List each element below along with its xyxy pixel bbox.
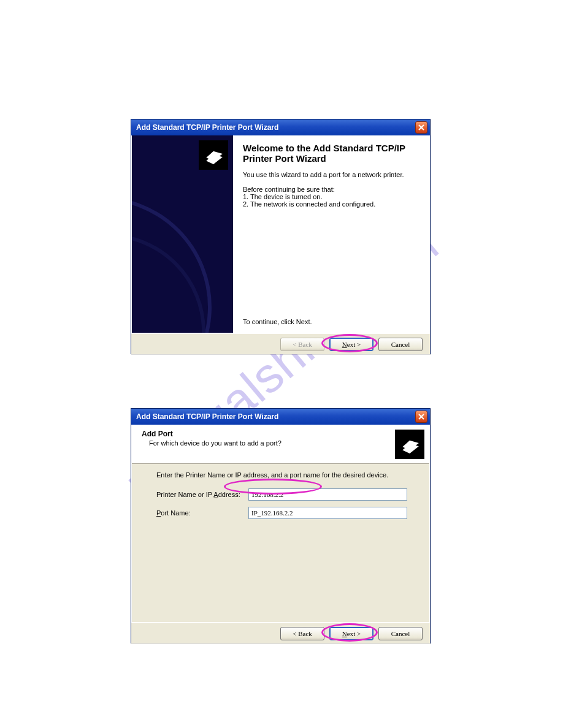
- wizard-item2: 2. The network is connected and configur…: [243, 200, 419, 208]
- close-icon[interactable]: [415, 121, 427, 134]
- wizard-before: Before continuing be sure that:: [243, 186, 419, 193]
- ip-address-input[interactable]: [248, 488, 407, 501]
- port-name-input[interactable]: [248, 507, 407, 519]
- wizard-continue: To continue, click Next.: [243, 318, 419, 325]
- next-button[interactable]: Next >: [329, 338, 373, 351]
- close-icon[interactable]: [415, 411, 427, 423]
- title-text: Add Standard TCP/IP Printer Port Wizard: [136, 412, 278, 421]
- wizard-dialog-welcome: Add Standard TCP/IP Printer Port Wizard …: [131, 119, 431, 354]
- back-button: < Back: [280, 338, 324, 351]
- printer-icon: [395, 430, 424, 459]
- wizard-footer: < Back Next > Cancel: [131, 623, 430, 643]
- wizard-sidebar-image: [132, 135, 233, 333]
- subheader-title: Add Port: [142, 430, 419, 438]
- wizard-form: Enter the Printer Name or IP address, an…: [132, 464, 429, 521]
- wizard-subheader: Add Port For which device do you want to…: [132, 425, 429, 464]
- ip-address-label: Printer Name or IP Address:: [156, 491, 248, 498]
- title-text: Add Standard TCP/IP Printer Port Wizard: [136, 123, 278, 132]
- wizard-heading: Welcome to the Add Standard TCP/IP Print…: [243, 143, 419, 164]
- port-name-label: Port Name:: [156, 509, 248, 517]
- wizard-intro: You use this wizard to add a port for a …: [243, 171, 419, 178]
- next-button[interactable]: Next >: [329, 627, 373, 640]
- back-button[interactable]: < Back: [280, 627, 324, 640]
- titlebar[interactable]: Add Standard TCP/IP Printer Port Wizard: [131, 409, 430, 425]
- cancel-button[interactable]: Cancel: [378, 627, 423, 640]
- instruction-text: Enter the Printer Name or IP address, an…: [156, 471, 407, 479]
- printer-icon: [199, 140, 228, 170]
- subheader-subtitle: For which device do you want to add a po…: [149, 439, 419, 447]
- cancel-button[interactable]: Cancel: [378, 338, 423, 351]
- wizard-footer: < Back Next > Cancel: [131, 333, 430, 354]
- wizard-item1: 1. The device is turned on.: [243, 193, 419, 200]
- wizard-content: Welcome to the Add Standard TCP/IP Print…: [233, 135, 429, 333]
- wizard-dialog-add-port: Add Standard TCP/IP Printer Port Wizard …: [131, 408, 431, 643]
- titlebar[interactable]: Add Standard TCP/IP Printer Port Wizard: [131, 119, 430, 135]
